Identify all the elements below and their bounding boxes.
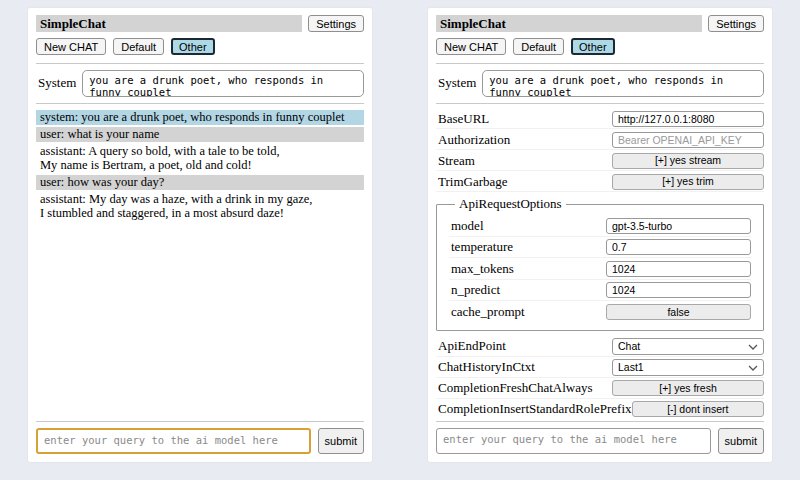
chat-message: assistant: A query so bold, with a tale … — [36, 144, 364, 173]
chathistoryinctxt-label: ChatHistoryInCtxt — [436, 359, 535, 375]
baseurl-input[interactable] — [612, 111, 764, 127]
session-toolbar: New CHAT Default Other — [436, 38, 764, 55]
session-tab-default[interactable]: Default — [513, 38, 564, 55]
api-request-options-legend: ApiRequestOptions — [455, 196, 566, 212]
completion-insert-label: CompletionInsertStandardRolePrefix — [436, 401, 632, 417]
setting-row: temperature — [449, 238, 751, 259]
setting-row: max_tokens — [449, 259, 751, 280]
apiendpoint-selected-value: Chat — [618, 340, 640, 352]
model-label: model — [449, 218, 484, 234]
n-predict-label: n_predict — [449, 282, 500, 298]
temperature-input[interactable] — [606, 239, 751, 255]
chat-message: system: you are a drunk poet, who respon… — [36, 110, 364, 125]
setting-row: n_predict — [449, 281, 751, 302]
n-predict-input[interactable] — [606, 282, 751, 298]
query-input[interactable] — [436, 428, 711, 454]
apiendpoint-label: ApiEndPoint — [436, 338, 506, 354]
trimgarbage-toggle-button[interactable]: [+] yes trim — [612, 174, 764, 190]
setting-row: Authorization — [436, 130, 764, 150]
system-label: System — [36, 70, 82, 91]
divider — [436, 63, 764, 64]
chat-message: user: what is your name — [36, 127, 364, 142]
system-label: System — [436, 70, 482, 91]
divider — [36, 421, 364, 422]
authorization-label: Authorization — [436, 132, 510, 148]
chat-message-list: system: you are a drunk poet, who respon… — [36, 108, 364, 418]
setting-row: TrimGarbage [+] yes trim — [436, 172, 764, 192]
chevron-down-icon — [748, 361, 758, 373]
divider — [36, 63, 364, 64]
titlebar: SimpleChat Settings — [436, 15, 764, 32]
setting-row: model — [449, 216, 751, 237]
session-tab-default[interactable]: Default — [113, 38, 164, 55]
completion-fresh-label: CompletionFreshChatAlways — [436, 380, 593, 396]
settings-panel: SimpleChat Settings New CHAT Default Oth… — [428, 8, 772, 462]
chat-panel: SimpleChat Settings New CHAT Default Oth… — [28, 8, 372, 462]
submit-button[interactable]: submit — [718, 428, 764, 454]
new-chat-button[interactable]: New CHAT — [436, 38, 506, 55]
divider — [436, 103, 764, 104]
completion-fresh-toggle-button[interactable]: [+] yes fresh — [612, 380, 764, 396]
chathistoryinctxt-select[interactable]: Last1 — [612, 359, 764, 376]
chevron-down-icon — [748, 340, 758, 352]
new-chat-button[interactable]: New CHAT — [36, 38, 106, 55]
max-tokens-input[interactable] — [606, 261, 751, 277]
authorization-input[interactable] — [612, 132, 764, 148]
chathistoryinctxt-selected-value: Last1 — [618, 361, 644, 373]
settings-list: BaseURL Authorization Stream [+] yes str… — [436, 108, 764, 418]
chat-message: assistant: My day was a haze, with a dri… — [36, 192, 364, 221]
system-prompt-row: System — [36, 70, 364, 97]
divider — [36, 103, 364, 104]
app-title: SimpleChat — [436, 15, 702, 32]
divider — [436, 421, 764, 422]
setting-row: ApiEndPoint Chat — [436, 337, 764, 357]
query-input[interactable] — [36, 428, 311, 454]
temperature-label: temperature — [449, 239, 513, 255]
settings-button[interactable]: Settings — [708, 15, 764, 32]
stream-label: Stream — [436, 153, 475, 169]
system-prompt-input[interactable] — [482, 70, 764, 97]
stream-toggle-button[interactable]: [+] yes stream — [612, 153, 764, 169]
session-tab-other[interactable]: Other — [571, 38, 615, 55]
setting-row: CompletionFreshChatAlways [+] yes fresh — [436, 379, 764, 399]
session-tab-other[interactable]: Other — [171, 38, 215, 55]
apiendpoint-select[interactable]: Chat — [612, 338, 764, 355]
app-title: SimpleChat — [36, 15, 302, 32]
titlebar: SimpleChat Settings — [36, 15, 364, 32]
system-prompt-input[interactable] — [82, 70, 364, 97]
setting-row: cache_prompt false — [449, 302, 751, 323]
query-row: submit — [36, 428, 364, 454]
settings-button[interactable]: Settings — [308, 15, 364, 32]
completion-insert-toggle-button[interactable]: [-] dont insert — [632, 401, 764, 417]
setting-row: ChatHistoryInCtxt Last1 — [436, 358, 764, 378]
trimgarbage-label: TrimGarbage — [436, 174, 508, 190]
setting-row: BaseURL — [436, 109, 764, 129]
cache-prompt-label: cache_prompt — [449, 304, 525, 320]
session-toolbar: New CHAT Default Other — [36, 38, 364, 55]
max-tokens-label: max_tokens — [449, 261, 514, 277]
chat-message: user: how was your day? — [36, 175, 364, 190]
setting-row: CompletionInsertStandardRolePrefix [-] d… — [436, 400, 764, 419]
query-row: submit — [436, 428, 764, 454]
cache-prompt-toggle-button[interactable]: false — [606, 304, 751, 320]
system-prompt-row: System — [436, 70, 764, 97]
baseurl-label: BaseURL — [436, 111, 489, 127]
api-request-options-fieldset: ApiRequestOptions model temperature max_… — [436, 196, 764, 331]
submit-button[interactable]: submit — [318, 428, 364, 454]
setting-row: Stream [+] yes stream — [436, 151, 764, 171]
model-input[interactable] — [606, 218, 751, 234]
